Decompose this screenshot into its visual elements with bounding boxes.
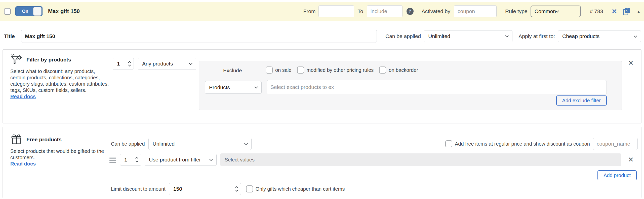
free-products-section: Free products Select products that would… [3,127,641,198]
show-discount-as-coupon-checkbox[interactable] [445,140,452,147]
free-applied-row: Can be applied Unlimited [111,138,252,150]
rule-header-title: Max gift 150 [48,8,80,15]
rule-type-value: Common [535,8,556,14]
remove-filter-icon[interactable]: ✕ [628,60,634,67]
limit-discount-label: Limit discount to amount [111,186,166,192]
free-qty-input[interactable] [124,157,134,163]
delete-rule-icon[interactable]: ✕ [612,8,617,15]
modified-by-rules-checkbox[interactable] [297,67,304,74]
free-section-description: Select products that would be gifted to … [10,148,111,161]
coupon-option-label: Add free items at regular price and show… [455,141,590,147]
rule-enabled-toggle[interactable]: On [15,6,43,16]
can-be-applied-value: Unlimited [428,33,450,39]
free-product-source-select[interactable]: Use product from filter [145,154,217,166]
on-sale-checkbox[interactable] [266,67,273,74]
chevron-down-icon [189,61,192,65]
on-backorder-checkbox[interactable] [379,67,386,74]
free-qty-stepper[interactable] [120,154,141,166]
title-row: Title Can be applied Unlimited Apply at … [4,30,641,43]
exclude-products-search-input[interactable] [267,80,607,94]
apply-at-first-select[interactable]: Cheap products [558,30,641,42]
on-backorder-label: on backorder [389,67,418,73]
remove-free-product-row-icon[interactable]: ✕ [628,156,634,163]
can-be-applied-select[interactable]: Unlimited [424,30,512,42]
free-can-be-applied-value: Unlimited [153,141,175,147]
filter-read-docs-link[interactable]: Read docs [10,94,36,100]
chevron-down-icon [634,34,637,37]
filter-section-intro: Filter by products Select what to discou… [10,54,114,100]
free-can-be-applied-select[interactable]: Unlimited [148,138,252,150]
filter-type-value: Any products [142,61,173,67]
free-section-intro: Free products Select products that would… [10,134,114,167]
gift-icon [10,134,22,146]
rule-id-badge: # 783 [590,8,603,14]
duplicate-rule-icon[interactable] [623,7,631,16]
select-values-placeholder: Select values [225,157,255,163]
cheaper-gifts-checkbox[interactable] [246,185,253,192]
exclude-panel: Exclude on sale modified by other pricin… [199,61,622,110]
chevron-down-icon [505,34,509,37]
exclude-options: on sale modified by other pricing rules … [266,67,418,74]
stepper-arrows-icon[interactable] [127,61,131,66]
free-product-row: Use product from filter Select values ✕ [109,153,634,166]
on-sale-label: on sale [275,67,292,73]
free-can-be-applied-label: Can be applied [111,141,145,147]
chevron-down-icon [254,85,258,88]
chevron-down-icon [555,9,559,12]
title-label: Title [4,33,21,39]
to-date-input[interactable] [367,5,403,17]
cheaper-gifts-option: Only gifts which cheaper than cart items [246,185,345,192]
rule-type-label: Rule type [505,8,528,14]
free-section-heading: Free products [26,137,62,143]
exclude-option-backorder: on backorder [379,67,418,74]
coupon-option: Add free items at regular price and show… [445,140,590,147]
exclude-label: Exclude [223,68,242,74]
help-icon[interactable]: ? [407,8,414,15]
free-select-values-field[interactable]: Select values [220,153,621,166]
add-product-button[interactable]: Add product [597,170,637,180]
coupon-name-input[interactable] [593,138,638,150]
cheaper-gifts-label: Only gifts which cheaper than cart items [256,186,345,192]
rule-type-select[interactable]: Common [531,6,581,17]
to-label: To [357,8,363,14]
stepper-arrows-icon[interactable] [234,187,238,191]
drag-handle-icon[interactable] [109,157,116,163]
apply-at-first-label: Apply at first to: [518,33,555,39]
exclude-entity-value: Products [209,84,230,90]
activated-by-label: Activated by [422,8,450,14]
filter-section-heading: Filter by products [26,57,71,63]
rule-title-input[interactable] [21,30,377,43]
rule-header-bar: On Max gift 150 From To ? Activated by R… [0,2,644,21]
chevron-down-icon [209,157,213,161]
apply-at-first-value: Cheap products [562,33,599,39]
activated-by-input[interactable] [454,5,497,17]
from-label: From [303,8,315,14]
filter-section-description: Select what to discount: any products, c… [10,68,111,93]
chevron-down-icon [244,141,248,145]
exclude-option-on-sale: on sale [266,67,292,74]
filter-by-products-section: Filter by products Select what to discou… [3,49,641,123]
filter-qty-stepper[interactable] [113,58,134,70]
from-date-input[interactable] [318,5,354,17]
limit-discount-row: Limit discount to amount Only gifts whic… [111,183,345,195]
coupon-option-row: Add free items at regular price and show… [445,138,638,150]
filter-qty-input[interactable] [117,61,127,67]
exclude-option-modified: modified by other pricing rules [297,67,374,74]
add-exclude-filter-button[interactable]: Add exclude filter [556,95,607,106]
collapse-rule-icon[interactable]: ▲ [637,9,640,14]
exclude-entity-select[interactable]: Products [205,81,262,94]
free-read-docs-link[interactable]: Read docs [10,161,36,167]
filter-products-icon [10,54,22,66]
stepper-arrows-icon[interactable] [134,157,138,162]
free-product-source-value: Use product from filter [149,157,201,163]
toggle-knob-icon [33,7,41,15]
filter-type-select[interactable]: Any products [138,58,196,70]
limit-discount-stepper[interactable] [169,183,241,195]
modified-by-rules-label: modified by other pricing rules [307,67,374,73]
rule-select-checkbox[interactable] [4,8,11,15]
can-be-applied-label: Can be applied [385,33,421,39]
limit-discount-input[interactable] [173,186,234,192]
